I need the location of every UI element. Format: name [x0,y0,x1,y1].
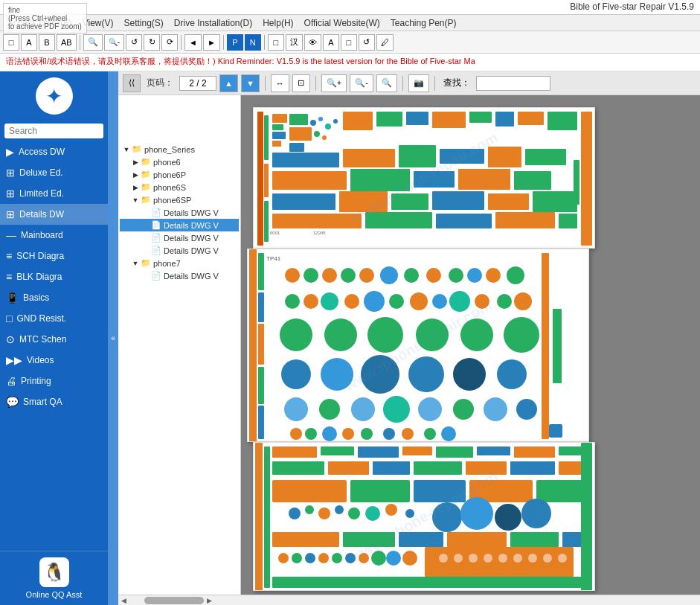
svg-rect-25 [548,112,577,130]
screenshot-button[interactable]: 📷 [408,74,429,92]
sidebar-item-limited-ed[interactable]: ⊞ Limited Ed. [0,183,108,204]
toolbar-refresh[interactable]: ⟳ [161,34,178,51]
svg-point-143 [385,504,397,516]
search-input[interactable] [4,124,103,138]
fit-width-button[interactable]: ↔ [271,74,289,92]
details-dw-icon: ⊞ [6,208,15,220]
svg-point-95 [284,397,308,421]
tree-node-phone7[interactable]: ▼ 📁 phone7 [120,257,239,269]
scroll-left-arrow[interactable]: ◀ [118,597,129,604]
toolbar-n[interactable]: N [245,34,261,51]
zoom-custom-button[interactable]: 🔍 [376,74,397,92]
sidebar-collapse-toggle[interactable]: « [108,71,118,605]
toolbar-a[interactable]: A [21,34,37,51]
page-down-button[interactable]: ▼ [241,74,260,92]
sch-diagra-icon: ≡ [6,250,12,262]
sidebar-item-printing[interactable]: 🖨 Printing [0,371,108,391]
toolbar-box[interactable]: □ [341,34,357,51]
horizontal-scrollbar[interactable]: ◀ ▶ [118,595,700,605]
sidebar-item-access-dw[interactable]: ▶ Access DW [0,141,108,162]
menu-drive-installation[interactable]: Drive Installation(D) [170,16,257,30]
sidebar-item-blk-diagra[interactable]: ≡ BLK Diagra [0,266,108,287]
pdf-viewer[interactable]: www.iphone-repair.com [241,95,700,595]
toolbar-ab[interactable]: AB [57,34,77,51]
toolbar-redo[interactable]: ↻ [144,34,160,51]
sidebar-item-sch-diagra[interactable]: ≡ SCH Diagra [0,246,108,266]
tree-node-phone6sp[interactable]: ▼ 📁 phone6SP [120,193,239,206]
svg-rect-56 [258,367,264,404]
svg-rect-55 [258,324,264,365]
menu-teaching-pen[interactable]: Teaching Pen(P) [386,16,461,30]
page-number-input[interactable] [179,76,216,91]
viewer-sep4 [434,76,435,91]
toolbar-chinese[interactable]: 汉 [286,34,303,51]
file-tree: fine (Press Ctrl+wheel to achieve PDF zo… [118,95,241,595]
toolbar-rotate[interactable]: ↺ [359,34,375,51]
svg-rect-26 [581,112,592,246]
tree-node-phone6sp-dwg4[interactable]: 📄 Details DWG V [120,244,239,257]
sidebar-label-basics: Basics [23,292,49,303]
zoom-out-button[interactable]: 🔍- [350,74,373,92]
tree-node-phone7-dwg1[interactable]: 📄 Details DWG V [120,269,239,282]
svg-point-156 [292,553,302,563]
sidebar-item-smart-qa[interactable]: 💬 Smart QA [0,391,108,412]
toolbar-undo[interactable]: ↺ [126,34,142,51]
expand-icon-phone6p: ▶ [130,171,141,179]
expand-icon-phone6sp: ▼ [130,196,141,204]
sidebar-item-mainboard[interactable]: — Mainboard [0,225,108,246]
toolbar-prev[interactable]: ◄ [184,34,202,51]
toolbar-b[interactable]: B [39,34,55,51]
toolbar-sep2 [181,35,182,50]
toolbar-zoom-out[interactable]: 🔍- [104,34,124,51]
scroll-right-arrow[interactable]: ▶ [204,597,215,604]
svg-point-98 [383,396,410,423]
sidebar-item-deluxe-ed[interactable]: ⊞ Deluxe Ed. [0,162,108,183]
svg-rect-149 [272,532,339,547]
svg-point-139 [318,508,330,519]
sidebar-item-videos[interactable]: ▶▶ Videos [0,350,108,371]
qq-assistant[interactable]: 🐧 Online QQ Asst [0,551,108,605]
svg-rect-115 [255,443,263,591]
folder-icon-phone6p: 📁 [141,170,151,179]
tree-node-phone6sp-dwg1[interactable]: 📄 Details DWG V [120,206,239,219]
svg-point-169 [484,554,492,563]
toolbar-p[interactable]: P [227,34,243,51]
toolbar-text[interactable]: A [323,34,339,51]
page-up-button[interactable]: ▲ [219,74,238,92]
sidebar-item-basics[interactable]: 📱 Basics [0,287,108,308]
page-first-button[interactable]: ⟨⟨ [123,74,141,92]
tree-node-phone6sp-dwg3[interactable]: 📄 Details DWG V [120,231,239,244]
sidebar: ✦ ▶ Access DW ⊞ Deluxe Ed. ⊞ Limited Ed.… [0,71,108,605]
tree-node-phone-series[interactable]: ▼ 📁 phone_Series [120,143,239,156]
sidebar-item-details-dw[interactable]: ⊞ Details DW [0,204,108,225]
scrollbar-thumb[interactable] [144,597,204,604]
svg-rect-39 [339,191,388,212]
tree-node-phone6s[interactable]: ▶ 📁 phone6S [120,181,239,193]
tree-node-phone6sp-dwg2[interactable]: 📄 Details DWG V [120,219,239,231]
toolbar-next[interactable]: ► [203,34,220,51]
node-label-phone6sp-dwg3: Details DWG V [164,234,219,243]
fit-page-button[interactable]: ⊡ [292,74,310,92]
svg-point-70 [507,266,524,284]
blk-diagra-icon: ≡ [6,271,12,283]
svg-point-79 [449,291,470,312]
toolbar-zoom-in[interactable]: 🔍 [83,34,103,51]
sidebar-item-gnd-resist[interactable]: □ GND Resist. [0,308,108,329]
qq-label: Online QQ Asst [26,590,83,599]
menu-help[interactable]: Help(H) [258,16,298,30]
expand-icon-phone7: ▼ [130,260,141,267]
toolbar-pen[interactable]: 🖊 [376,34,394,51]
toolbar-new[interactable]: □ [3,34,19,51]
tree-node-phone6[interactable]: ▶ 📁 phone6 [120,156,239,168]
tree-node-phone6p[interactable]: ▶ 📁 phone6P [120,168,239,181]
menu-setting[interactable]: Setting(S) [119,16,167,30]
mainboard-icon: — [6,229,16,241]
toolbar-view[interactable]: 👁 [304,34,321,51]
zoom-in-button[interactable]: 🔍+ [321,74,347,92]
svg-rect-3 [264,201,269,242]
sidebar-item-mtc-schen[interactable]: ⊙ MTC Schen [0,329,108,350]
pcb-svg-2: TP41 [248,249,589,442]
toolbar-fit[interactable]: □ [268,34,284,51]
menu-official-website[interactable]: Official Website(W) [300,16,385,30]
search-field[interactable] [476,76,550,91]
